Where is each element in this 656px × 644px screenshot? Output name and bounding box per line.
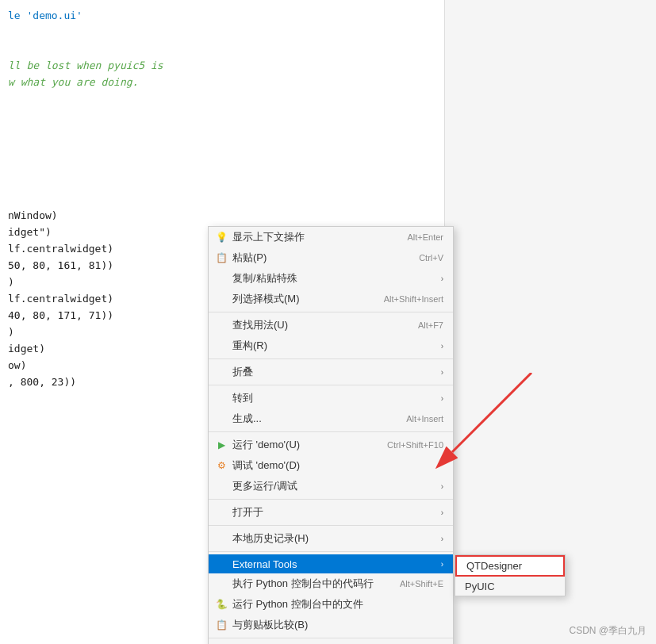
menu-shortcut: Ctrl+V [419,253,443,263]
menu-item-debug[interactable]: ⚙ 调试 'demo'(D) [209,455,453,476]
python-icon: 🐍 [215,599,228,610]
menu-item-run-python-file[interactable]: 🐍 运行 Python 控制台中的文件 [209,594,453,615]
submenu-item-pyuic[interactable]: PyUIC [455,577,565,596]
code-line [8,174,436,191]
menu-item-open-in[interactable]: 打开于 › [209,502,453,523]
menu-item-local-history[interactable]: 本地历史记录(H) › [209,528,453,549]
debug-icon: ⚙ [215,460,228,471]
run-icon: ▶ [215,439,228,450]
menu-shortcut: Alt+Shift+Insert [384,294,443,304]
submenu-label: QTDesigner [466,560,522,572]
menu-item-goto[interactable]: 转到 › [209,388,453,408]
paste-icon: 📋 [215,252,228,263]
menu-label: 复制/粘贴特殊 [232,271,297,286]
arrow-icon: › [441,482,443,491]
menu-shortcut: Alt+Insert [406,414,443,424]
menu-item-more-run[interactable]: 更多运行/调试 › [209,476,453,496]
menu-separator [209,385,453,385]
menu-label: 列选择模式(M) [232,292,300,306]
menu-separator [209,358,453,359]
menu-label: External Tools [232,558,297,570]
arrow-icon: › [441,274,443,283]
right-panel [444,0,656,644]
menu-label: 重构(R) [232,339,267,353]
menu-label: 打开于 [232,505,263,519]
menu-label: 转到 [232,391,253,405]
menu-separator [209,551,453,552]
menu-label: 本地历史记录(H) [232,531,309,546]
menu-item-refactor[interactable]: 重构(R) › [209,335,453,356]
arrow-icon: › [441,560,443,569]
menu-separator [209,638,453,638]
arrow-icon: › [441,394,443,403]
menu-shortcut: Alt+Enter [407,232,443,242]
menu-item-copy-paste-special[interactable]: 复制/粘贴特殊 › [209,268,453,289]
code-line [8,91,436,108]
code-line: nWindow) [8,208,436,224]
arrow-icon: › [441,368,443,377]
code-line [8,141,436,158]
menu-label: 粘贴(P) [232,251,267,265]
menu-item-show-context[interactable]: 💡 显示上下文操作 Alt+Enter [209,227,453,247]
menu-separator [209,312,453,312]
menu-shortcut: Ctrl+Shift+F10 [387,440,443,450]
code-line: ll be lost when pyuic5 is [8,58,436,75]
submenu-label: PyUIC [465,581,495,592]
menu-item-generate[interactable]: 生成... Alt+Insert [209,408,453,429]
arrow-icon: › [441,342,443,351]
code-line [8,125,436,141]
compare-icon: 📋 [215,619,228,631]
menu-item-run-python-console[interactable]: 执行 Python 控制台中的代码行 Alt+Shift+E [209,573,453,594]
code-line: w what you are doing. [8,75,436,91]
menu-item-fold[interactable]: 折叠 › [209,362,453,382]
menu-separator [209,525,453,526]
menu-label: 调试 'demo'(D) [232,458,300,473]
submenu-item-qtdesigner[interactable]: QTDesigner [455,555,565,577]
menu-item-find-usage[interactable]: 查找用法(U) Alt+F7 [209,315,453,335]
menu-label: 运行 'demo'(U) [232,438,300,452]
menu-item-external-tools[interactable]: External Tools › [209,554,453,573]
menu-label: 更多运行/调试 [232,479,297,493]
watermark: CSDN @季白九月 [569,624,646,638]
menu-item-paste[interactable]: 📋 粘贴(P) Ctrl+V [209,247,453,268]
menu-item-column-select[interactable]: 列选择模式(M) Alt+Shift+Insert [209,289,453,309]
external-tools-wrapper[interactable]: External Tools › QTDesigner PyUIC [209,554,453,573]
menu-label: 查找用法(U) [232,318,288,332]
menu-label: 折叠 [232,365,253,379]
code-line [8,108,436,125]
menu-label: 与剪贴板比较(B) [232,618,308,632]
context-menu[interactable]: 💡 显示上下文操作 Alt+Enter 📋 粘贴(P) Ctrl+V 复制/粘贴… [208,226,454,644]
bulb-icon: 💡 [215,232,228,243]
menu-shortcut: Alt+F7 [418,320,443,330]
external-tools-submenu[interactable]: QTDesigner PyUIC [455,554,566,596]
code-line [8,41,436,58]
menu-separator [209,499,453,500]
menu-item-run[interactable]: ▶ 运行 'demo'(U) Ctrl+Shift+F10 [209,435,453,455]
arrow-icon: › [441,508,443,517]
menu-label: 运行 Python 控制台中的文件 [232,597,363,611]
code-line [8,25,436,41]
menu-item-compare-clipboard[interactable]: 📋 与剪贴板比较(B) [209,615,453,635]
code-line: le 'demo.ui' [8,8,436,25]
code-line [8,158,436,174]
menu-item-chart[interactable]: 📊 图表 › [209,641,453,644]
code-line [8,191,436,208]
menu-label: 显示上下文操作 [232,230,305,244]
arrow-icon: › [441,535,443,543]
menu-label: 执行 Python 控制台中的代码行 [232,577,374,591]
menu-label: 生成... [232,412,262,426]
menu-shortcut: Alt+Shift+E [400,579,443,588]
menu-separator [209,431,453,432]
